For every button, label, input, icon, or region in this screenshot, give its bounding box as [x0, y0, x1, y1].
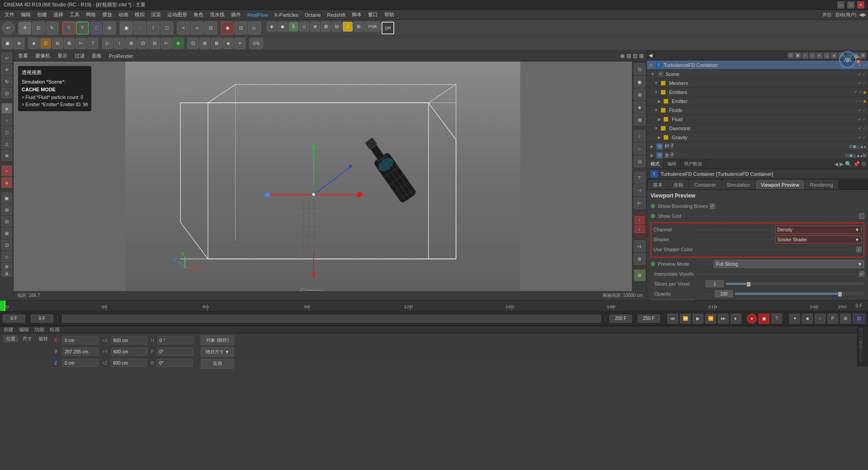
transport-current-frame[interactable]: 0 F — [31, 315, 53, 323]
tb2-btn16[interactable]: ⊡ — [188, 38, 198, 49]
rt-btn10[interactable]: ⊣ — [634, 184, 646, 196]
props-tab-userdata[interactable]: 用户数据 — [680, 159, 706, 169]
props-tab-simulation[interactable]: Simulation — [722, 180, 755, 189]
props-tab-edit[interactable]: 编辑 — [664, 159, 680, 169]
btn-sim3[interactable]: ○ — [815, 314, 826, 324]
menu-animate[interactable]: 动画 — [116, 10, 131, 19]
tb2-btn17[interactable]: ⊞ — [199, 38, 210, 49]
menu-mesh[interactable]: 网格 — [83, 10, 99, 19]
radio-bounding[interactable] — [651, 204, 655, 208]
edge-mode-button[interactable]: / — [147, 22, 160, 34]
vp-icon-1[interactable]: ⊕ — [620, 53, 625, 59]
tb2-btn10[interactable]: ↕ — [114, 38, 125, 49]
expand-lady[interactable]: ▶ — [651, 153, 654, 158]
lt-rotate[interactable]: ↻ — [1, 76, 12, 87]
rt-red-btn1[interactable]: ↑ — [635, 216, 645, 224]
expand-emitters[interactable]: ▼ — [654, 90, 658, 94]
menu-create[interactable]: 创建 — [34, 10, 50, 19]
tb2-btn5[interactable]: ⊟ — [52, 38, 63, 49]
menu-render[interactable]: 渲染 — [148, 10, 164, 19]
btn-sim1[interactable]: ✦ — [789, 314, 800, 324]
tb2-btn3[interactable]: ◈ — [28, 38, 39, 49]
menu-arrange[interactable]: 摆放 — [99, 10, 115, 19]
slices-value[interactable]: 1 — [706, 280, 724, 287]
coord-y-value[interactable]: 297.295 cm — [62, 348, 99, 356]
props-tab-mode[interactable]: 模式 — [647, 159, 664, 169]
scene-item-rod[interactable]: ▶ ⊡ 杆子 ⊡▣△▲▴ — [647, 142, 868, 151]
maximize-button[interactable]: □ — [847, 1, 854, 9]
btn-record2[interactable]: ● — [747, 314, 757, 324]
vp-menu-filter[interactable]: 过滤 — [73, 52, 86, 60]
vp-menu-display[interactable]: 显示 — [56, 52, 69, 60]
scene-item-meshers[interactable]: ▼ Meshers ✓ ✓ — [647, 79, 868, 88]
props-tab-rendering[interactable]: Rendering — [805, 180, 838, 189]
zaxis-button[interactable]: Z — [90, 22, 102, 34]
scene-item-fluid[interactable]: ▶ Fluid ✓ ✓ — [647, 115, 868, 124]
menu-simulate[interactable]: 模拟 — [132, 10, 147, 19]
point-mode-button[interactable]: · — [133, 22, 146, 34]
vp-menu-camera[interactable]: 摄像机 — [33, 52, 52, 60]
material-btn4[interactable]: ◇ — [299, 22, 309, 32]
tb2-btn9[interactable]: ▷ — [102, 38, 113, 49]
vp-menu-prorender[interactable]: ProRender — [107, 52, 135, 60]
vp-menu-view[interactable]: 查看 — [16, 52, 30, 60]
btn-sim2[interactable]: ■ — [802, 314, 813, 324]
scene-item-lady[interactable]: ▶ ⊡ 女子 ⊡▣△▲▴⊞ — [647, 151, 868, 159]
workplane-button[interactable]: ⊟ — [204, 22, 217, 34]
menu-mograph[interactable]: 运动图形 — [165, 10, 190, 19]
coord-sz-value[interactable]: 600 cm — [111, 359, 147, 367]
sp-icon6[interactable]: △ — [824, 52, 830, 59]
tb2-btn4[interactable]: ⊡ — [40, 38, 51, 49]
opacity-thumb[interactable] — [838, 292, 842, 296]
menu-character[interactable]: 角色 — [191, 10, 206, 19]
qr-button[interactable]: QR — [382, 22, 394, 34]
tb2-btn15[interactable]: ⊕ — [173, 38, 184, 49]
timeline-ruler[interactable]: 0 30 60 90 120 150 180 210 240 250 — [5, 301, 850, 311]
lt-b8[interactable]: ▥ — [1, 270, 12, 277]
sc-eye3[interactable]: ✓ — [863, 81, 866, 85]
props-nav-right[interactable]: ▶ — [840, 161, 844, 167]
rt-gear-btn[interactable]: ⚙ — [634, 269, 646, 281]
yaxis-button[interactable]: Y — [76, 22, 89, 34]
tb2-btn2[interactable]: ⊕ — [14, 38, 24, 49]
vp-icon-4[interactable]: ⊞ — [639, 53, 644, 59]
tb2-btn20[interactable]: ⌖ — [235, 38, 245, 49]
material-btn5[interactable]: ⊕ — [310, 22, 320, 32]
lt-b1[interactable]: ▣ — [1, 193, 12, 203]
rt-btn3[interactable]: ⊞ — [634, 89, 646, 100]
lt-obj3[interactable]: ◻ — [1, 127, 12, 137]
expand-rod[interactable]: ▶ — [651, 144, 654, 149]
tb2-btn8[interactable]: ⊤ — [87, 38, 98, 49]
props-tab-viewport[interactable]: Viewport Preview — [756, 180, 804, 189]
vp-menu-panel[interactable]: 面板 — [90, 52, 104, 60]
material-btn1[interactable]: ◈ — [267, 22, 277, 32]
slices-thumb[interactable] — [747, 282, 750, 287]
menu-xparticles[interactable]: X-Particles — [272, 11, 301, 19]
rt-btn4[interactable]: ◈ — [634, 101, 646, 113]
checkbox-bounding[interactable] — [710, 203, 715, 209]
label-paint[interactable]: 绘画 — [50, 326, 60, 333]
sc-checkmark5[interactable]: ✓ — [858, 108, 862, 113]
menu-plugins[interactable]: 插件 — [228, 10, 244, 19]
rt-btn8[interactable]: ⊟ — [634, 155, 646, 167]
lt-obj1[interactable]: ◈ — [1, 103, 12, 114]
menu-realflow[interactable]: RealFlow — [245, 11, 271, 19]
btn-play[interactable]: ▶ — [693, 314, 703, 324]
viewport[interactable]: Cantine X Y Z 透视视图 Simulation *Scene*: — [14, 61, 632, 291]
material-btn6[interactable]: ⊠ — [321, 22, 331, 32]
material-btn2[interactable]: ◆ — [278, 22, 288, 32]
sc-eye5[interactable]: ✓ — [863, 108, 866, 113]
tb2-fx-button[interactable]: ⊡fx — [250, 38, 263, 49]
slices-slider[interactable]: 1 — [706, 280, 864, 287]
expand-emitter[interactable]: ▶ — [658, 99, 661, 103]
menu-tools[interactable]: 工具 — [67, 10, 82, 19]
btn-next-frame[interactable]: ⏩ — [705, 314, 716, 324]
menu-octane[interactable]: Octane — [302, 11, 323, 19]
btn-go-end[interactable]: ⏭ — [718, 314, 729, 324]
lt-t1[interactable]: • — [1, 165, 12, 176]
sc-emitter-arrows[interactable]: →→ — [854, 99, 862, 104]
scale-tool-button[interactable]: ⊡ — [32, 22, 45, 34]
sc-eye6[interactable]: ✓ — [863, 126, 866, 131]
shader-dropdown[interactable]: Smoke Shader ▼ — [775, 235, 862, 244]
menu-select[interactable]: 选择 — [51, 10, 66, 19]
